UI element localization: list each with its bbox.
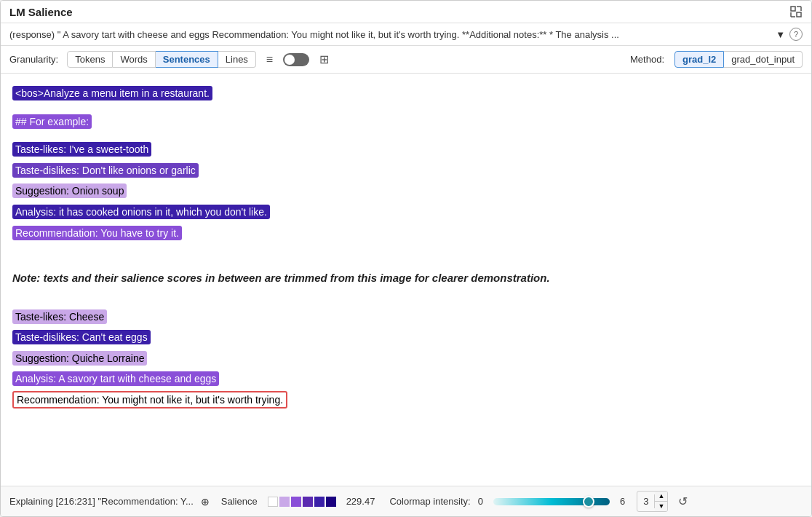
stepper-up-button[interactable]: ▲ bbox=[655, 492, 667, 502]
toggle-switch[interactable] bbox=[283, 53, 309, 66]
response-bar: (response) " A savory tart with cheese a… bbox=[1, 23, 811, 46]
content-area[interactable]: <bos>Analyze a menu item in a restaurant… bbox=[1, 74, 811, 486]
colormap-min: 0 bbox=[478, 496, 483, 507]
note-text: Note: texts and their salience scores in… bbox=[12, 270, 800, 287]
granularity-tab-group: Tokens Words Sentences Lines bbox=[67, 51, 256, 68]
method-label: Method: bbox=[630, 54, 664, 65]
colormap-label: Colormap intensity: bbox=[389, 496, 470, 507]
swatch-light bbox=[279, 497, 290, 507]
text-line: Suggestion: Onion soup bbox=[12, 181, 800, 201]
globe-icon: ⊕ bbox=[201, 496, 210, 508]
stepper-buttons: ▲ ▼ bbox=[655, 492, 667, 511]
sentence-analysis-2[interactable]: Analysis: A savory tart with cheese and … bbox=[12, 371, 219, 386]
sentence-bos[interactable]: <bos>Analyze a menu item in a restaurant… bbox=[12, 86, 212, 100]
granularity-label: Granularity: bbox=[9, 54, 58, 65]
text-line: <bos>Analyze a menu item in a restaurant… bbox=[12, 84, 800, 103]
swatch-medium bbox=[291, 497, 301, 507]
refresh-button[interactable]: ↺ bbox=[678, 494, 688, 508]
sentence-suggestion-2[interactable]: Suggestion: Quiche Lorraine bbox=[12, 351, 147, 366]
sentence-taste-dislikes-1[interactable]: Taste-dislikes: Don't like onions or gar… bbox=[12, 163, 199, 178]
sentence-recommendation-2[interactable]: Recommendation: You might not like it, b… bbox=[12, 391, 287, 409]
sentence-taste-likes-1[interactable]: Taste-likes: I've a sweet-tooth bbox=[12, 142, 151, 157]
toolbar: Granularity: Tokens Words Sentences Line… bbox=[1, 46, 811, 74]
text-line: Analysis: it has cooked onions in it, wh… bbox=[12, 202, 800, 222]
text-line: Taste-dislikes: Don't like onions or gar… bbox=[12, 161, 800, 181]
response-text: (response) " A savory tart with cheese a… bbox=[9, 29, 768, 40]
sentence-taste-dislikes-2[interactable]: Taste-dislikes: Can't eat eggs bbox=[12, 330, 151, 344]
toggle-knob bbox=[284, 55, 295, 65]
explaining-text: Explaining [216:231] "Recommendation: Y.… bbox=[9, 496, 194, 507]
text-line: Taste-likes: I've a sweet-tooth bbox=[12, 140, 800, 159]
text-line: ## For example: bbox=[12, 112, 800, 132]
title-bar: LM Salience bbox=[1, 1, 811, 23]
colormap-max: 6 bbox=[620, 496, 625, 507]
list-icon[interactable]: ≡ bbox=[262, 51, 277, 68]
tab-lines[interactable]: Lines bbox=[218, 51, 256, 68]
sentence-taste-likes-2[interactable]: Taste-likes: Cheese bbox=[12, 309, 107, 324]
text-line: Taste-likes: Cheese bbox=[12, 307, 800, 327]
blank-line-1 bbox=[12, 105, 800, 112]
expand-icon[interactable] bbox=[789, 5, 803, 18]
spacer bbox=[12, 244, 800, 257]
status-bar: Explaining [216:231] "Recommendation: Y.… bbox=[1, 486, 811, 516]
text-line: Suggestion: Quiche Lorraine bbox=[12, 349, 800, 368]
grid-icon[interactable]: ⊞ bbox=[315, 50, 333, 68]
stepper-container: 3 ▲ ▼ bbox=[637, 491, 668, 512]
help-icon[interactable]: ? bbox=[789, 28, 803, 41]
text-line: Taste-dislikes: Can't eat eggs bbox=[12, 328, 800, 347]
sentence-analysis-1[interactable]: Analysis: it has cooked onions in it, wh… bbox=[12, 205, 270, 219]
sentence-suggestion-1[interactable]: Suggestion: Onion soup bbox=[12, 183, 127, 198]
chevron-down-icon[interactable]: ▼ bbox=[776, 29, 785, 40]
text-line: Analysis: A savory tart with cheese and … bbox=[12, 369, 800, 389]
tab-sentences[interactable]: Sentences bbox=[156, 51, 218, 68]
text-line: Recommendation: You might not like it, b… bbox=[12, 390, 800, 410]
swatch-dark2 bbox=[314, 497, 325, 507]
note-line: Note: texts and their salience scores in… bbox=[12, 270, 800, 287]
text-line: Recommendation: You have to try it. bbox=[12, 224, 800, 243]
blank-line-2 bbox=[12, 133, 800, 140]
colormap-track[interactable] bbox=[493, 498, 610, 505]
toggle-container bbox=[283, 53, 309, 66]
salience-max-value: 229.47 bbox=[346, 496, 375, 507]
method-grad-dot-input[interactable]: grad_dot_input bbox=[724, 51, 803, 68]
method-grad-l2[interactable]: grad_l2 bbox=[674, 51, 724, 68]
stepper-down-button[interactable]: ▼ bbox=[655, 502, 667, 511]
spacer2 bbox=[12, 300, 800, 307]
sentence-recommendation-1[interactable]: Recommendation: You have to try it. bbox=[12, 226, 182, 240]
tab-tokens[interactable]: Tokens bbox=[67, 51, 113, 68]
content-lines: <bos>Analyze a menu item in a restaurant… bbox=[12, 84, 800, 410]
tab-words[interactable]: Words bbox=[113, 51, 155, 68]
stepper-value: 3 bbox=[637, 494, 655, 508]
svg-rect-0 bbox=[791, 7, 795, 11]
sentence-for-example[interactable]: ## For example: bbox=[12, 114, 92, 129]
swatch-white bbox=[268, 497, 278, 507]
colormap-thumb[interactable] bbox=[583, 496, 594, 508]
swatch-dark1 bbox=[303, 497, 313, 507]
color-swatches bbox=[268, 497, 336, 507]
method-tab-group: grad_l2 grad_dot_input bbox=[674, 51, 803, 68]
salience-label: Salience bbox=[221, 496, 258, 507]
svg-rect-1 bbox=[797, 12, 801, 17]
main-window: LM Salience (response) " A savory tart w… bbox=[0, 0, 812, 517]
window-title: LM Salience bbox=[9, 6, 73, 18]
swatch-darkest bbox=[326, 497, 336, 507]
